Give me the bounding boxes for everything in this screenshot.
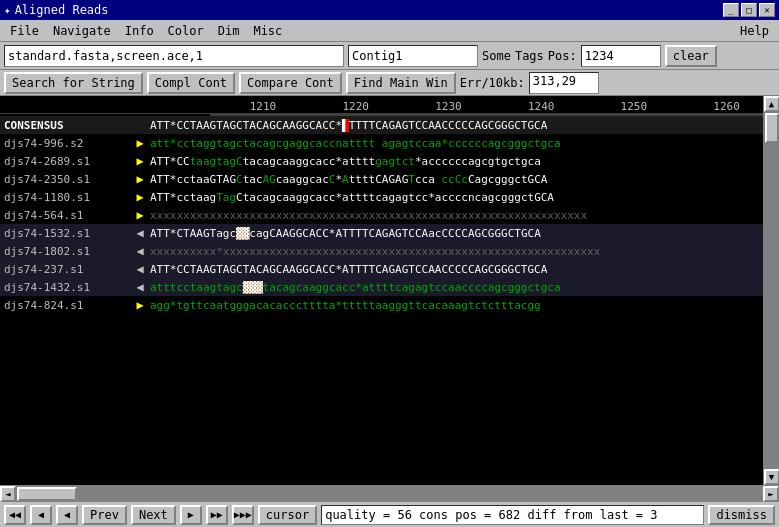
scroll-track[interactable] <box>764 112 780 469</box>
contig-input[interactable] <box>348 45 478 67</box>
title-bar-left: ✦ Aligned Reads <box>4 3 109 17</box>
label-djs74-2689-s1: djs74-2689.s1 <box>0 155 130 168</box>
pos-label: Pos: <box>548 49 577 63</box>
row-djs74-1532-s1: djs74-1532.s1 ◀ ATT*CTAAGTagc▓▓cagCAAGGC… <box>0 224 763 242</box>
row-djs74-564-s1: djs74-564.s1 ▶ xxxxxxxxxxxxxxxxxxxxxxxxx… <box>0 206 763 224</box>
seq-djs74-1802-s1: xxxxxxxxxx*xxxxxxxxxxxxxxxxxxxxxxxxxxxxx… <box>150 245 763 258</box>
seq-djs74-2689-s1: ATT*CCtaagtagCtacagcaaggcacc*attttgagtct… <box>150 155 763 168</box>
title-bar-buttons: _ □ ✕ <box>723 3 775 17</box>
arrow-djs74-1432-s1: ◀ <box>130 280 150 294</box>
row-djs74-1802-s1: djs74-1802.s1 ◀ xxxxxxxxxx*xxxxxxxxxxxxx… <box>0 242 763 260</box>
arrow-djs74-2689-s1: ▶ <box>130 154 150 168</box>
seq-djs74-564-s1: xxxxxxxxxxxxxxxxxxxxxxxxxxxxxxxxxxxxxxxx… <box>150 209 763 222</box>
row-djs74-1180-s1: djs74-1180.s1 ▶ ATT*cctaagTagCtacagcaagg… <box>0 188 763 206</box>
arrow-djs74-1532-s1: ◀ <box>130 226 150 240</box>
vertical-scrollbar[interactable]: ▲ ▼ <box>763 96 779 485</box>
window-title: Aligned Reads <box>15 3 109 17</box>
close-button[interactable]: ✕ <box>759 3 775 17</box>
status-text: quality = 56 cons pos = 682 diff from la… <box>321 505 704 525</box>
nav-next-small-button[interactable]: ▶ <box>180 505 202 525</box>
arrow-djs74-564-s1: ▶ <box>130 208 150 222</box>
menu-bar: File Navigate Info Color Dim Misc Help <box>0 20 779 42</box>
scroll-up-button[interactable]: ▲ <box>764 96 780 112</box>
status-bar: ◀◀ ◀ ◀ Prev Next ▶ ▶▶ ▶▶▶ cursor quality… <box>0 501 779 527</box>
menu-info[interactable]: Info <box>119 22 160 40</box>
title-bar: ✦ Aligned Reads _ □ ✕ <box>0 0 779 20</box>
arrow-djs74-824-s1: ▶ <box>130 298 150 312</box>
sequence-ruler: 1210 1220 1230 1240 1250 1260 <box>0 96 763 114</box>
label-djs74-237-s1: djs74-237.s1 <box>0 263 130 276</box>
scroll-h-thumb[interactable] <box>17 487 77 501</box>
scroll-left-button[interactable]: ◄ <box>0 486 16 502</box>
search-string-button[interactable]: Search for String <box>4 72 143 94</box>
compl-cont-button[interactable]: Compl Cont <box>147 72 235 94</box>
label-djs74-1532-s1: djs74-1532.s1 <box>0 227 130 240</box>
label-djs74-824-s1: djs74-824.s1 <box>0 299 130 312</box>
horizontal-scrollbar[interactable]: ◄ ► <box>0 485 779 501</box>
next-button[interactable]: Next <box>131 505 176 525</box>
arrow-djs74-1180-s1: ▶ <box>130 190 150 204</box>
compare-cont-button[interactable]: Compare Cont <box>239 72 342 94</box>
nav-last-button[interactable]: ▶▶▶ <box>232 505 254 525</box>
label-djs74-2350-s1: djs74-2350.s1 <box>0 173 130 186</box>
scroll-down-button[interactable]: ▼ <box>764 469 780 485</box>
consensus-seq: ATT*CCTAAGTAGCTACAGCAAGGCACC*▌TTTTCAGAGT… <box>150 119 763 132</box>
consensus-row: CONSENSUS ATT*CCTAAGTAGCTACAGCAAGGCACC*▌… <box>0 116 763 134</box>
menu-help[interactable]: Help <box>734 22 775 40</box>
seq-djs74-824-s1: agg*tgttcaatgggacacaccctttta*tttttaagggt… <box>150 299 763 312</box>
row-djs74-2689-s1: djs74-2689.s1 ▶ ATT*CCtaagtagCtacagcaagg… <box>0 152 763 170</box>
toolbar1: Some Tags Pos: clear <box>0 42 779 70</box>
nav-next-next-button[interactable]: ▶▶ <box>206 505 228 525</box>
clear-button[interactable]: clear <box>665 45 717 67</box>
arrow-djs74-996-s2: ▶ <box>130 136 150 150</box>
seq-djs74-996-s2: att*cctaggtagctacagcgaggcaccnatttt agagt… <box>150 137 763 150</box>
scroll-thumb[interactable] <box>765 113 779 143</box>
consensus-label: CONSENSUS <box>0 119 130 132</box>
row-djs74-1432-s1: djs74-1432.s1 ◀ atttcctaagtagc▓▓▓tacagca… <box>0 278 763 296</box>
prev-button[interactable]: Prev <box>82 505 127 525</box>
menu-color[interactable]: Color <box>162 22 210 40</box>
label-djs74-996-s2: djs74-996.s2 <box>0 137 130 150</box>
file-input[interactable] <box>4 45 344 67</box>
seq-djs74-1532-s1: ATT*CTAAGTagc▓▓cagCAAGGCACC*ATTTTCAGAGTC… <box>150 227 763 240</box>
seq-djs74-237-s1: ATT*CCTAAGTAGCTACAGCAAGGCACC*ATTTTCAGAGT… <box>150 263 763 276</box>
menu-dim[interactable]: Dim <box>212 22 246 40</box>
dismiss-button[interactable]: dismiss <box>708 505 775 525</box>
menu-misc[interactable]: Misc <box>247 22 288 40</box>
row-djs74-2350-s1: djs74-2350.s1 ▶ ATT*cctaaGTAGCtacAGcaagg… <box>0 170 763 188</box>
nav-prev-small-button[interactable]: ◀ <box>56 505 78 525</box>
seq-djs74-1432-s1: atttcctaagtagc▓▓▓tacagcaaggcacc*attttcag… <box>150 281 763 294</box>
toolbar2: Search for String Compl Cont Compare Con… <box>0 70 779 96</box>
err-value: 313,29 <box>529 72 599 94</box>
menu-file[interactable]: File <box>4 22 45 40</box>
find-main-win-button[interactable]: Find Main Win <box>346 72 456 94</box>
label-djs74-1802-s1: djs74-1802.s1 <box>0 245 130 258</box>
pos-input[interactable] <box>581 45 661 67</box>
cursor-button[interactable]: cursor <box>258 505 317 525</box>
row-djs74-996-s2: djs74-996.s2 ▶ att*cctaggtagctacagcgaggc… <box>0 134 763 152</box>
scroll-h-track[interactable] <box>16 486 763 502</box>
tags-label: Tags <box>515 49 544 63</box>
app-icon: ✦ <box>4 4 11 17</box>
arrow-djs74-2350-s1: ▶ <box>130 172 150 186</box>
menu-navigate[interactable]: Navigate <box>47 22 117 40</box>
label-djs74-1180-s1: djs74-1180.s1 <box>0 191 130 204</box>
arrow-djs74-1802-s1: ◀ <box>130 244 150 258</box>
row-djs74-237-s1: djs74-237.s1 ◀ ATT*CCTAAGTAGCTACAGCAAGGC… <box>0 260 763 278</box>
row-djs74-824-s1: djs74-824.s1 ▶ agg*tgttcaatgggacacaccctt… <box>0 296 763 314</box>
err-label: Err/10kb: <box>460 76 525 90</box>
seq-djs74-1180-s1: ATT*cctaagTagCtacagcaaggcacc*attttcagagt… <box>150 191 763 204</box>
seq-djs74-2350-s1: ATT*cctaaGTAGCtacAGcaaggcacC*AttttCAGAGT… <box>150 173 763 186</box>
maximize-button[interactable]: □ <box>741 3 757 17</box>
menu-items: File Navigate Info Color Dim Misc <box>4 22 288 40</box>
label-djs74-1432-s1: djs74-1432.s1 <box>0 281 130 294</box>
label-djs74-564-s1: djs74-564.s1 <box>0 209 130 222</box>
some-label: Some <box>482 49 511 63</box>
main-content: 1210 1220 1230 1240 1250 1260 | | | | | … <box>0 96 779 485</box>
scroll-right-button[interactable]: ► <box>763 486 779 502</box>
nav-first-button[interactable]: ◀◀ <box>4 505 26 525</box>
main-wrapper: 1210 1220 1230 1240 1250 1260 | | | | | … <box>0 96 779 501</box>
nav-prev-prev-button[interactable]: ◀ <box>30 505 52 525</box>
minimize-button[interactable]: _ <box>723 3 739 17</box>
sequence-view[interactable]: 1210 1220 1230 1240 1250 1260 | | | | | … <box>0 96 763 485</box>
